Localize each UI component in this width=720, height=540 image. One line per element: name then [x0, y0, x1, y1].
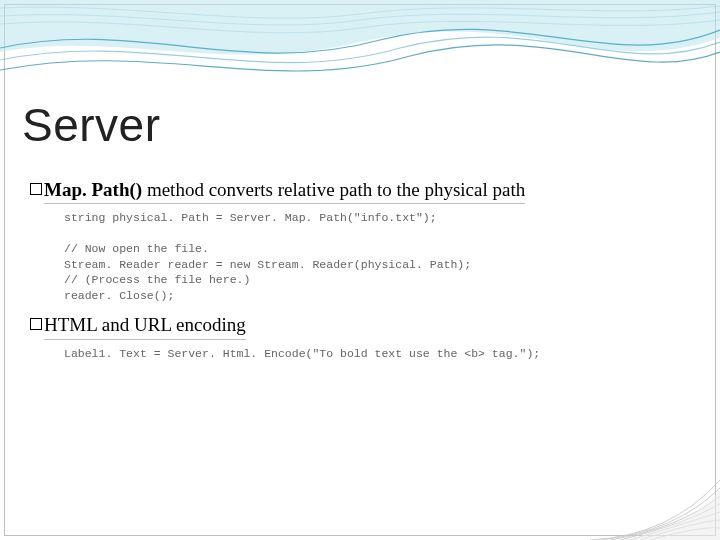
bullet-text: HTML and URL encoding [44, 313, 246, 339]
slide-title: Server [22, 98, 160, 152]
bullet-square-icon [30, 318, 42, 330]
code-line: Label1. Text = Server. Html. Encode("To … [64, 347, 540, 360]
code-line: // (Process the file here.) [64, 273, 250, 286]
bullet-rest: method converts relative path to the phy… [142, 179, 525, 200]
code-block-1: string physical. Path = Server. Map. Pat… [64, 210, 690, 303]
bullet-text: Map. Path() method converts relative pat… [44, 178, 525, 204]
bullet-item: HTML and URL encoding [30, 313, 690, 339]
code-line: // Now open the file. [64, 242, 209, 255]
code-line: reader. Close(); [64, 289, 174, 302]
bullet-rest: HTML and URL encoding [44, 314, 246, 335]
code-line: Stream. Reader reader = new Stream. Read… [64, 258, 471, 271]
bullet-square-icon [30, 183, 42, 195]
bullet-item: Map. Path() method converts relative pat… [30, 178, 690, 204]
code-block-2: Label1. Text = Server. Html. Encode("To … [64, 346, 690, 362]
bullet-bold: Map. Path() [44, 179, 142, 200]
code-line: string physical. Path = Server. Map. Pat… [64, 211, 437, 224]
slide-content: Map. Path() method converts relative pat… [30, 178, 690, 371]
decorative-corner [580, 440, 720, 540]
decorative-top-waves [0, 0, 720, 100]
